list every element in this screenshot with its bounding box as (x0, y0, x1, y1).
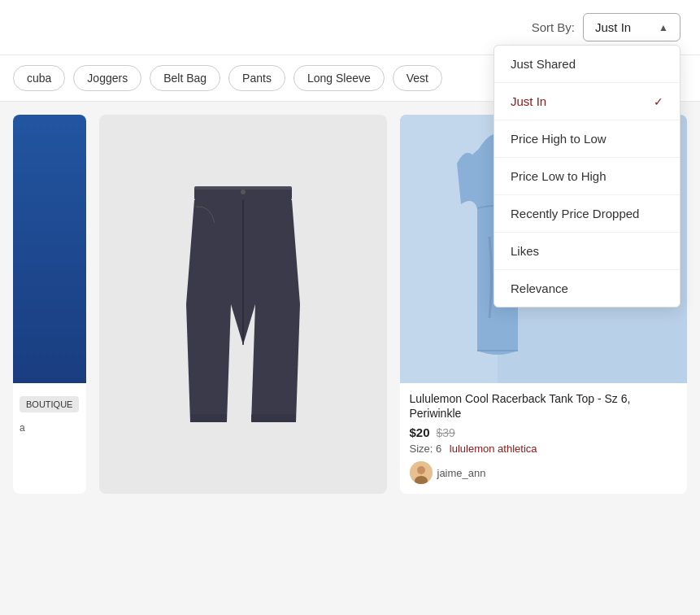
sort-option-just-shared[interactable]: Just Shared (494, 46, 680, 83)
sort-option-label: Price Low to High (511, 169, 607, 183)
checkmark-icon: ✓ (654, 95, 663, 108)
sort-option-relevance[interactable]: Relevance (494, 270, 680, 307)
sort-option-label: Price High to Low (511, 132, 607, 146)
sort-option-just-in[interactable]: Just In ✓ (494, 83, 680, 120)
sort-option-label: Likes (511, 244, 539, 258)
sort-option-recently-dropped[interactable]: Recently Price Dropped (494, 195, 680, 233)
sort-option-price-low-high[interactable]: Price Low to High (494, 158, 680, 195)
sort-option-label: Recently Price Dropped (511, 207, 639, 220)
sort-option-label: Just In (511, 94, 546, 108)
sort-option-label: Just Shared (511, 57, 576, 71)
sort-option-likes[interactable]: Likes (494, 233, 680, 270)
sort-dropdown-menu: Just Shared Just In ✓ Price High to Low … (493, 45, 680, 308)
sort-option-label: Relevance (511, 281, 568, 295)
sort-option-price-high-low[interactable]: Price High to Low (494, 120, 680, 158)
